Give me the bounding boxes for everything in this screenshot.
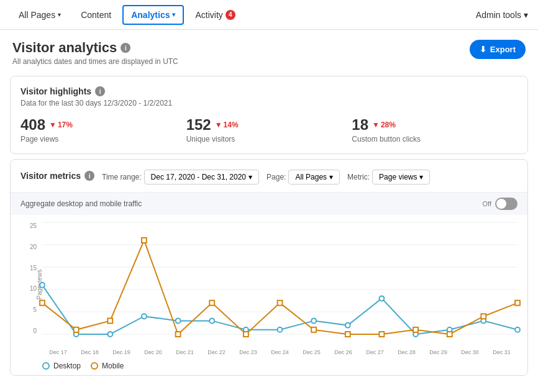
svg-point-6 xyxy=(40,283,45,288)
metric-value: Page views xyxy=(379,173,417,181)
chart-container: 25 20 15 10 5 0 Pageviews xyxy=(21,222,517,370)
x-label: Dec 19 xyxy=(106,349,137,355)
download-icon: ⬇ xyxy=(480,45,486,54)
chevron-down-icon: ▾ xyxy=(58,11,61,18)
unique-visitors-label: Unique visitors xyxy=(186,135,337,144)
aggregate-toggle[interactable] xyxy=(495,198,517,210)
page-filter-button[interactable]: All Pages ▾ xyxy=(288,170,340,185)
chevron-down-icon: ▾ xyxy=(329,173,333,181)
svg-point-9 xyxy=(142,314,147,319)
highlights-info-icon[interactable]: i xyxy=(95,86,105,96)
admin-tools-label: Admin tools xyxy=(476,10,521,20)
nav-all-pages-label: All Pages xyxy=(19,10,55,20)
svg-rect-22 xyxy=(74,327,79,332)
svg-point-13 xyxy=(278,327,283,332)
highlight-button-clicks: 18 ▼28% Custom button clicks xyxy=(352,116,517,144)
svg-point-20 xyxy=(515,327,520,332)
trend-value: 28% xyxy=(381,121,396,129)
x-label: Dec 27 xyxy=(359,349,391,355)
svg-rect-21 xyxy=(40,301,45,306)
visitor-highlights-card: Visitor highlights i Data for the last 3… xyxy=(10,76,528,154)
nav-content[interactable]: Content xyxy=(72,5,120,25)
chart-area: 25 20 15 10 5 0 Pageviews xyxy=(21,222,517,347)
metrics-info-icon[interactable]: i xyxy=(84,171,94,181)
button-clicks-value: 18 xyxy=(352,116,368,134)
highlight-unique-visitors: 152 ▼14% Unique visitors xyxy=(186,116,352,144)
highlights-subtitle: Data for the last 30 days 12/3/2020 - 1/… xyxy=(21,99,517,107)
metric-filter-button[interactable]: Page views ▾ xyxy=(372,170,430,185)
x-label: Dec 29 xyxy=(422,349,454,355)
aggregate-bar: Aggregate desktop and mobile traffic Off xyxy=(11,192,527,215)
trend-value: 14% xyxy=(224,121,239,129)
time-range-label: Time range: xyxy=(102,173,142,181)
highlights-grid: 408 ▼17% Page views 152 ▼14% Unique visi… xyxy=(21,116,517,144)
nav-content-label: Content xyxy=(81,10,111,20)
page-views-value: 408 xyxy=(21,116,45,134)
page-filter: Page: All Pages ▾ xyxy=(267,170,340,185)
time-range-value: Dec 17, 2020 - Dec 31, 2020 xyxy=(151,173,246,181)
svg-point-14 xyxy=(311,318,316,323)
export-button[interactable]: ⬇ Export xyxy=(470,40,526,59)
aggregate-label: Aggregate desktop and mobile traffic xyxy=(21,199,142,208)
x-label: Dec 21 xyxy=(169,349,201,355)
chevron-down-icon: ▾ xyxy=(172,11,175,18)
x-label: Dec 22 xyxy=(201,349,232,355)
x-label: Dec 31 xyxy=(486,349,517,355)
x-label: Dec 28 xyxy=(391,349,422,355)
x-label: Dec 17 xyxy=(42,349,74,355)
page-subtitle: All analytics dates and times are displa… xyxy=(12,57,178,66)
metric-filter: Metric: Page views ▾ xyxy=(347,170,430,185)
svg-point-11 xyxy=(209,318,214,323)
time-range-button[interactable]: Dec 17, 2020 - Dec 31, 2020 ▾ xyxy=(144,170,259,185)
svg-rect-27 xyxy=(244,332,248,337)
time-range-filter: Time range: Dec 17, 2020 - Dec 31, 2020 … xyxy=(102,170,259,185)
svg-point-15 xyxy=(345,323,350,328)
mobile-legend-dot xyxy=(91,362,98,370)
svg-point-8 xyxy=(107,332,112,337)
svg-point-16 xyxy=(380,296,385,301)
page-title: Visitor analytics i xyxy=(12,40,178,56)
legend-mobile: Mobile xyxy=(91,362,124,370)
svg-rect-28 xyxy=(278,301,283,306)
unique-visitors-value: 152 xyxy=(186,116,211,134)
svg-rect-31 xyxy=(380,332,385,337)
trend-value: 17% xyxy=(58,121,73,129)
x-label: Dec 20 xyxy=(137,349,169,355)
nav-activity-label: Activity xyxy=(195,10,222,20)
mobile-dots xyxy=(40,238,520,337)
svg-rect-32 xyxy=(413,327,418,332)
svg-rect-30 xyxy=(345,332,350,337)
page-label: Page: xyxy=(267,173,286,181)
export-label: Export xyxy=(490,45,516,54)
mobile-legend-label: Mobile xyxy=(102,362,124,370)
mobile-line xyxy=(42,240,517,334)
chart-legend: Desktop Mobile xyxy=(42,362,517,370)
svg-rect-29 xyxy=(311,327,316,332)
chevron-down-icon: ▾ xyxy=(419,173,423,181)
x-label: Dec 24 xyxy=(264,349,296,355)
nav-analytics-label: Analytics xyxy=(131,10,170,20)
nav-activity[interactable]: Activity 4 xyxy=(186,5,244,25)
x-label: Dec 23 xyxy=(232,349,264,355)
desktop-legend-label: Desktop xyxy=(53,362,81,370)
nav-all-pages[interactable]: All Pages ▾ xyxy=(10,5,70,25)
y-label-5: 5 xyxy=(33,306,37,313)
y-label-20: 20 xyxy=(30,244,37,250)
admin-tools-menu[interactable]: Admin tools ▾ xyxy=(476,10,528,20)
svg-rect-35 xyxy=(515,301,520,306)
button-clicks-label: Custom button clicks xyxy=(352,135,503,144)
visitor-metrics-card: Visitor metrics i Time range: Dec 17, 20… xyxy=(10,159,528,376)
metrics-header: Visitor metrics i Time range: Dec 17, 20… xyxy=(21,170,517,185)
x-label: Dec 25 xyxy=(296,349,327,355)
nav-analytics[interactable]: Analytics ▾ xyxy=(122,5,184,25)
legend-desktop: Desktop xyxy=(42,362,81,370)
chevron-down-icon: ▾ xyxy=(248,173,252,181)
chart-svg xyxy=(42,222,517,334)
page-title-info-icon[interactable]: i xyxy=(121,43,130,53)
svg-point-10 xyxy=(176,318,181,323)
highlight-page-views: 408 ▼17% Page views xyxy=(21,116,186,144)
metric-label: Metric: xyxy=(347,173,370,181)
svg-rect-25 xyxy=(176,332,181,337)
page-value: All Pages xyxy=(295,173,327,181)
svg-rect-33 xyxy=(447,332,452,337)
